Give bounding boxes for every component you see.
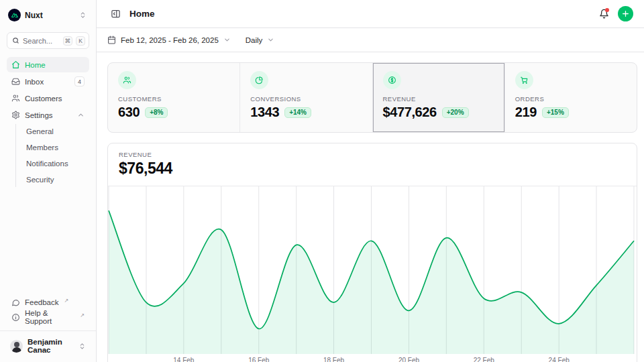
sidebar-item-notifications[interactable]: Notifications — [22, 156, 89, 171]
page-title: Home — [129, 9, 155, 19]
stat-label: ORDERS — [515, 95, 627, 103]
x-axis-tick: 14 Feb — [173, 357, 194, 362]
notification-dot — [605, 8, 609, 12]
inbox-icon — [11, 77, 20, 86]
revenue-area-chart[interactable] — [108, 186, 637, 354]
stat-delta-badge: +20% — [442, 107, 469, 118]
stat-card-customers[interactable]: CUSTOMERS 630 +8% — [108, 63, 239, 132]
sidebar-item-label: Home — [25, 61, 46, 69]
x-axis: 14 Feb16 Feb18 Feb20 Feb22 Feb24 Feb — [108, 354, 637, 362]
search-input[interactable]: Search... ⌘ K — [7, 32, 89, 49]
header: Home — [97, 0, 644, 28]
sidebar-item-members[interactable]: Members — [22, 140, 89, 155]
sidebar-item-label: Inbox — [25, 78, 44, 86]
nuxt-logo-icon — [8, 9, 21, 21]
kbd-cmd: ⌘ — [63, 36, 73, 46]
user-name: Benjamin Canac — [28, 338, 74, 354]
sidebar-item-label: Settings — [25, 111, 53, 119]
stat-delta-badge: +8% — [145, 107, 168, 118]
external-link-icon: ↗ — [64, 298, 69, 304]
chart-value: $76,544 — [119, 160, 626, 178]
user-menu[interactable]: Benjamin Canac — [7, 337, 89, 355]
period-label: Daily — [246, 36, 263, 44]
sidebar-item-inbox[interactable]: Inbox 4 — [7, 74, 89, 89]
revenue-chart-card: REVENUE $76,544 14 Feb16 Feb18 Feb20 Feb… — [107, 143, 637, 362]
workspace-name: Nuxt — [25, 11, 75, 20]
main-area: Home Feb 12, 2025 - Feb 26, 2025 Daily — [97, 0, 644, 362]
users-icon — [118, 71, 136, 89]
sidebar-item-label: Help & Support — [25, 309, 74, 325]
sidebar-item-general[interactable]: General — [22, 124, 89, 139]
info-circle-icon — [11, 313, 20, 322]
stat-card-revenue[interactable]: REVENUE $477,626 +20% — [372, 63, 504, 132]
stat-delta-badge: +15% — [542, 107, 569, 118]
external-link-icon: ↗ — [80, 312, 85, 318]
users-icon — [11, 94, 20, 103]
gear-icon — [11, 111, 20, 119]
content: CUSTOMERS 630 +8% CONVERSIONS 1343 +14% — [97, 52, 644, 362]
chevron-down-icon — [223, 36, 231, 44]
plus-icon — [621, 9, 630, 18]
toolbar: Feb 12, 2025 - Feb 26, 2025 Daily — [97, 28, 644, 52]
stat-value: 1343 — [250, 105, 279, 120]
collapse-sidebar-button[interactable] — [107, 6, 123, 22]
dollar-circle-icon — [383, 71, 401, 89]
stat-value: 630 — [118, 105, 140, 120]
home-icon — [11, 60, 20, 69]
x-axis-tick: 22 Feb — [474, 357, 494, 362]
settings-subtree: General Members Notifications Security — [15, 124, 89, 187]
pie-chart-icon — [250, 71, 268, 89]
chart-label: REVENUE — [119, 151, 626, 158]
sidebar-item-customers[interactable]: Customers — [7, 90, 89, 106]
cart-icon — [515, 71, 533, 89]
stat-label: REVENUE — [383, 95, 494, 103]
x-axis-tick: 20 Feb — [398, 357, 419, 362]
sidebar-item-security[interactable]: Security — [22, 172, 89, 187]
x-axis-tick: 18 Feb — [323, 357, 344, 362]
message-bubble-icon — [11, 298, 20, 307]
divider — [0, 330, 96, 331]
chart-canvas — [108, 186, 637, 354]
search-icon — [12, 37, 19, 44]
stat-card-orders[interactable]: ORDERS 219 +15% — [504, 63, 637, 132]
sidebar-item-settings[interactable]: Settings — [7, 107, 89, 123]
sidebar-item-home[interactable]: Home — [7, 57, 89, 72]
period-select[interactable]: Daily — [246, 36, 275, 44]
stat-delta-badge: +14% — [284, 107, 311, 118]
x-axis-tick: 24 Feb — [549, 357, 570, 362]
sidebar-item-help-support[interactable]: Help & Support ↗ — [7, 310, 89, 324]
chevrons-up-down-icon — [79, 11, 87, 19]
kbd-k: K — [76, 36, 85, 46]
chevrons-up-down-icon — [78, 343, 86, 350]
avatar — [10, 340, 23, 353]
add-button[interactable] — [618, 6, 633, 21]
date-range-picker[interactable]: Feb 12, 2025 - Feb 26, 2025 — [107, 36, 231, 44]
x-axis-tick: 16 Feb — [248, 357, 269, 362]
calendar-icon — [107, 36, 116, 44]
stat-label: CONVERSIONS — [250, 95, 362, 103]
inbox-count-badge: 4 — [74, 76, 85, 86]
stat-label: CUSTOMERS — [118, 95, 229, 103]
stat-value: $477,626 — [383, 105, 437, 120]
stat-card-conversions[interactable]: CONVERSIONS 1343 +14% — [239, 63, 372, 132]
sidebar-item-label: Customers — [25, 95, 62, 103]
notifications-button[interactable] — [596, 6, 612, 22]
chevron-up-icon — [77, 111, 85, 119]
search-placeholder: Search... — [23, 37, 60, 45]
sidebar-item-feedback[interactable]: Feedback ↗ — [7, 295, 89, 310]
sidebar-nav: Home Inbox 4 Customers Settings — [7, 57, 89, 187]
chart-header: REVENUE $76,544 — [108, 143, 637, 186]
chevron-down-icon — [267, 36, 274, 44]
workspace-switcher[interactable]: Nuxt — [7, 7, 89, 23]
stats-panel: CUSTOMERS 630 +8% CONVERSIONS 1343 +14% — [107, 62, 637, 133]
sidebar-item-label: Feedback — [25, 298, 59, 306]
sidebar: Nuxt Search... ⌘ K Home Inbox 4 — [0, 0, 97, 362]
date-range-label: Feb 12, 2025 - Feb 26, 2025 — [121, 36, 219, 44]
stat-value: 219 — [515, 105, 537, 120]
